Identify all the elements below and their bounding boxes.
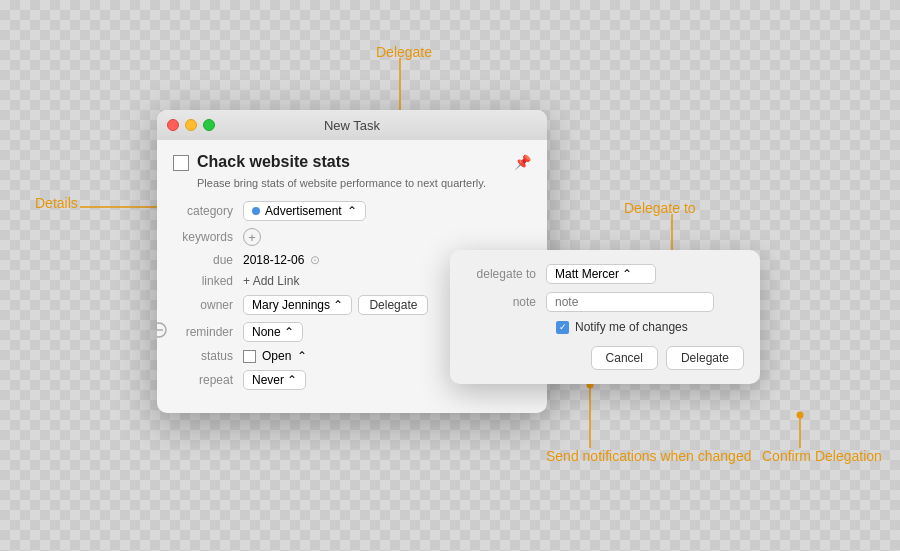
delegate-annotation: Delegate: [376, 44, 432, 60]
maximize-button[interactable]: [203, 119, 215, 131]
status-controls: Open ⌃: [243, 349, 307, 363]
window-controls: [167, 119, 215, 131]
repeat-chevron: ⌃: [287, 373, 297, 387]
owner-value: Mary Jennings: [252, 298, 330, 312]
category-value: Advertisement: [265, 204, 342, 218]
task-title: Chack website stats: [197, 152, 506, 173]
task-header: Chack website stats Please bring stats o…: [173, 152, 531, 191]
add-keyword-button[interactable]: +: [243, 228, 261, 246]
task-subtitle: Please bring stats of website performanc…: [197, 176, 506, 191]
delegate-confirm-button[interactable]: Delegate: [666, 346, 744, 370]
category-dot: [252, 207, 260, 215]
confirm-delegation-annotation: Confirm Delegation: [762, 448, 882, 464]
close-button[interactable]: [167, 119, 179, 131]
minimize-button[interactable]: [185, 119, 197, 131]
notify-checkbox[interactable]: ✓: [556, 321, 569, 334]
svg-point-9: [797, 412, 804, 419]
date-icon[interactable]: ⊙: [310, 253, 320, 267]
linked-label: linked: [173, 274, 243, 288]
repeat-select[interactable]: Never ⌃: [243, 370, 306, 390]
due-value[interactable]: 2018-12-06: [243, 253, 304, 267]
owner-label: owner: [173, 298, 243, 312]
category-row: category Advertisement ⌃: [173, 201, 531, 221]
send-notifications-annotation: Send notifications when changed: [546, 448, 751, 464]
details-annotation: Details: [35, 195, 78, 211]
notify-label: Notify me of changes: [575, 320, 688, 334]
pin-icon[interactable]: 📌: [514, 154, 531, 170]
repeat-label: repeat: [173, 373, 243, 387]
popup-note-row: note: [466, 292, 744, 312]
category-label: category: [173, 204, 243, 218]
status-chevron: ⌃: [297, 349, 307, 363]
keywords-row: keywords +: [173, 228, 531, 246]
status-checkbox[interactable]: [243, 350, 256, 363]
date-field: 2018-12-06 ⊙: [243, 253, 320, 267]
delegate-popup: delegate to Matt Mercer ⌃ note ✓ Notify …: [450, 250, 760, 384]
reminder-chevron: ⌃: [284, 325, 294, 339]
popup-buttons: Cancel Delegate: [466, 346, 744, 370]
popup-delegate-to-row: delegate to Matt Mercer ⌃: [466, 264, 744, 284]
category-chevron: ⌃: [347, 204, 357, 218]
notify-row: ✓ Notify me of changes: [466, 320, 744, 334]
delegate-to-annotation: Delegate to: [624, 200, 696, 216]
delegate-to-chevron: ⌃: [622, 267, 632, 281]
status-value: Open: [262, 349, 291, 363]
delegate-to-select[interactable]: Matt Mercer ⌃: [546, 264, 656, 284]
add-link-button[interactable]: + Add Link: [243, 274, 299, 288]
reminder-select[interactable]: None ⌃: [243, 322, 303, 342]
delegate-button[interactable]: Delegate: [358, 295, 428, 315]
window-titlebar: New Task: [157, 110, 547, 140]
reminder-value: None: [252, 325, 281, 339]
owner-controls: Mary Jennings ⌃ Delegate: [243, 295, 428, 315]
popup-delegate-to-label: delegate to: [466, 267, 546, 281]
note-input[interactable]: [546, 292, 714, 312]
category-select[interactable]: Advertisement ⌃: [243, 201, 366, 221]
repeat-value: Never: [252, 373, 284, 387]
cancel-button[interactable]: Cancel: [591, 346, 658, 370]
minus-icon[interactable]: [157, 322, 167, 341]
reminder-label: reminder: [173, 325, 243, 339]
task-title-group: Chack website stats Please bring stats o…: [197, 152, 506, 191]
keywords-label: keywords: [173, 230, 243, 244]
popup-note-label: note: [466, 295, 546, 309]
delegate-to-value: Matt Mercer: [555, 267, 619, 281]
due-label: due: [173, 253, 243, 267]
status-label: status: [173, 349, 243, 363]
task-checkbox[interactable]: [173, 155, 189, 171]
window-title: New Task: [324, 118, 380, 133]
owner-chevron: ⌃: [333, 298, 343, 312]
owner-select[interactable]: Mary Jennings ⌃: [243, 295, 352, 315]
